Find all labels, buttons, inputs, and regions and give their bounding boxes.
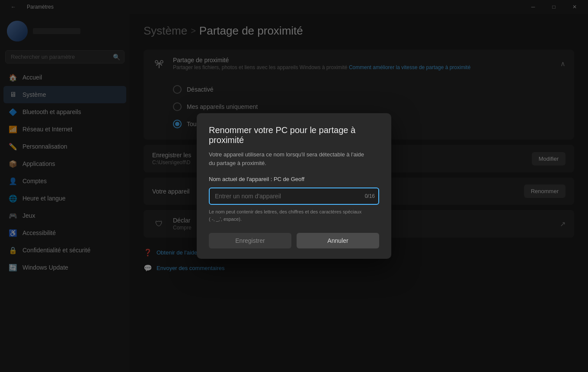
cancel-button[interactable]: Annuler [297, 233, 379, 248]
dialog-actions: Enregistrer Annuler [209, 233, 379, 248]
save-button[interactable]: Enregistrer [209, 233, 291, 248]
device-name-input[interactable] [209, 188, 379, 205]
overlay: Renommer votre PC pour le partage à prox… [0, 0, 588, 372]
dialog-title: Renommer votre PC pour le partage à prox… [209, 125, 379, 145]
dialog-description: Votre appareil utilisera ce nom lorsqu'i… [209, 150, 379, 167]
dialog-input-wrap: 0/16 [209, 188, 379, 205]
char-count: 0/16 [365, 193, 375, 199]
dialog-current-name: Nom actuel de l'appareil : PC de Geoff [209, 176, 379, 182]
rename-dialog: Renommer votre PC pour le partage à prox… [197, 113, 391, 259]
dialog-hint: Le nom peut contenir des lettres, des ch… [209, 208, 379, 223]
